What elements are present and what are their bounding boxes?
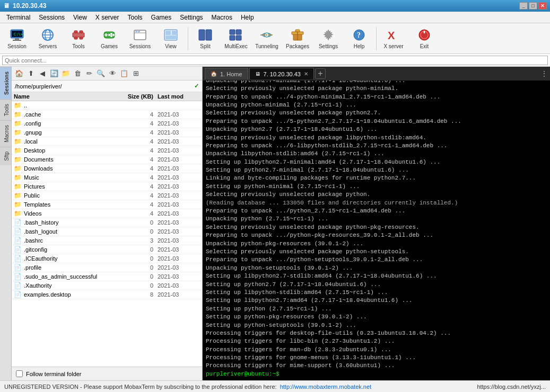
help-icon: ? — [351, 28, 368, 42]
list-item[interactable]: 📁Videos42021-03 — [12, 209, 202, 218]
toolbar-multiexec[interactable]: MultiExec — [221, 25, 251, 52]
file-up-btn[interactable]: ⬆ — [25, 68, 36, 79]
terminal-line: Setting up python-pkg-resources (39.0.1-… — [206, 313, 547, 321]
toolbar-packages[interactable]: Packages — [283, 25, 312, 52]
file-icon: 📄 — [14, 237, 22, 244]
status-link[interactable]: http://www.mobaxterm.mobatek.net — [280, 384, 371, 390]
svg-point-16 — [110, 35, 112, 37]
app-icon: 🖥 — [3, 2, 10, 10]
left-panel-tabs: Sessions Tools Macros Sftp — [0, 67, 12, 380]
close-button[interactable]: ✕ — [538, 2, 547, 10]
toolbar-view[interactable]: View — [156, 25, 186, 52]
menu-terminal[interactable]: Terminal — [2, 13, 34, 22]
path-bar: /home/purpleriver/ ✓ — [12, 81, 202, 92]
tab-ssh[interactable]: 🖥 7. 10.20.30.43 ✕ — [249, 68, 314, 79]
tab-home-label: 1. Home — [220, 71, 242, 77]
list-item[interactable]: 📁.config42021-03 — [12, 119, 202, 128]
list-item[interactable]: 📄.bash_logout02021-03 — [12, 227, 202, 236]
toolbar-settings[interactable]: Settings — [313, 25, 343, 52]
file-refresh-btn[interactable]: 🔄 — [49, 68, 59, 79]
tab-close-btn[interactable]: ✕ — [304, 71, 308, 77]
split-icon — [197, 28, 214, 42]
file-home-btn[interactable]: 🏠 — [14, 68, 24, 79]
list-item[interactable]: 📁Templates42021-03 — [12, 200, 202, 209]
file-hidden-btn[interactable]: 👁 — [107, 68, 118, 79]
menu-help[interactable]: Help — [237, 13, 258, 22]
menu-settings[interactable]: Settings — [176, 13, 207, 22]
list-item[interactable]: 📄.gitconfig02021-03 — [12, 245, 202, 254]
list-item[interactable]: 📄.profile02021-03 — [12, 263, 202, 272]
list-item[interactable]: 📄.bashrc32021-03 — [12, 236, 202, 245]
list-item[interactable]: 📁Downloads42021-03 — [12, 164, 202, 173]
toolbar-sessions[interactable]: Sessions — [125, 25, 155, 52]
menu-tools[interactable]: Tools — [124, 13, 147, 22]
file-copy-btn[interactable]: 📋 — [119, 68, 129, 79]
file-size-value: 4 — [120, 111, 158, 118]
terminal-output[interactable]: Unpacking python2.7-minimal (2.7.17-1~18… — [203, 81, 550, 380]
col-name-header[interactable]: Name — [14, 93, 120, 100]
list-item[interactable]: 📁Documents42021-03 — [12, 155, 202, 164]
col-size-header[interactable]: Size (KB) — [120, 93, 158, 100]
sessions-tab[interactable]: Sessions — [0, 67, 11, 99]
list-item[interactable]: 📄.bash_history02021-03 — [12, 218, 202, 227]
list-item[interactable]: 📄examples.desktop82021-03 — [12, 290, 202, 299]
toolbar-split[interactable]: Split — [190, 25, 220, 52]
file-rename-btn[interactable]: ✏ — [84, 68, 94, 79]
file-delete-btn[interactable]: 🗑 — [72, 68, 83, 79]
file-search-btn[interactable]: 🔍 — [95, 68, 106, 79]
menu-view[interactable]: View — [69, 13, 91, 22]
file-grid-btn[interactable]: ⊞ — [130, 68, 141, 79]
toolbar-session[interactable]: C:\>_ Session — [2, 25, 32, 52]
list-item[interactable]: 📁.gnupg42021-03 — [12, 128, 202, 137]
toolbar-help[interactable]: ? Help — [344, 25, 374, 52]
menu-xserver[interactable]: X server — [91, 13, 124, 22]
follow-terminal-checkbox[interactable] — [16, 370, 23, 377]
folder-icon: 📁 — [14, 192, 22, 199]
file-icon: 📄 — [14, 255, 22, 262]
tab-home[interactable]: 🏠 1. Home — [205, 68, 248, 79]
file-name-label: Music — [24, 174, 120, 181]
list-item[interactable]: 📄.sudo_as_admin_successful02021-03 — [12, 272, 202, 281]
quickconnect-bar — [0, 54, 550, 67]
menu-sessions[interactable]: Sessions — [34, 13, 69, 22]
file-newfolder-btn[interactable]: 📁 — [60, 68, 71, 79]
menu-games[interactable]: Games — [147, 13, 176, 22]
minimize-button[interactable]: _ — [519, 2, 528, 10]
file-date-value: 2021-03 — [158, 273, 200, 280]
toolbar-tools[interactable]: Tools — [64, 25, 93, 52]
tab-scroll-btn[interactable]: ⋮ — [540, 69, 548, 78]
quickconnect-input[interactable] — [2, 56, 548, 65]
list-item[interactable]: 📄.ICEauthority02021-03 — [12, 254, 202, 263]
toolbar-tunneling[interactable]: Tunneling — [252, 25, 282, 52]
file-name-label: .gnupg — [24, 129, 120, 136]
list-item[interactable]: 📁Music42021-03 — [12, 173, 202, 182]
toolbar-servers[interactable]: Servers — [33, 25, 63, 52]
new-tab-button[interactable]: + — [315, 68, 326, 79]
split-label: Split — [200, 43, 210, 49]
tools-tab[interactable]: Tools — [0, 99, 11, 120]
file-back-btn[interactable]: ◀ — [37, 68, 48, 79]
list-item[interactable]: 📁.. — [12, 101, 202, 110]
list-item[interactable]: 📁.local42021-03 — [12, 137, 202, 146]
toolbar-xserver[interactable]: X X server — [379, 25, 408, 52]
list-item[interactable]: 📁Public42021-03 — [12, 191, 202, 200]
list-item[interactable]: 📁.cache42021-03 — [12, 110, 202, 119]
sftp-tab[interactable]: Sftp — [0, 147, 11, 165]
list-item[interactable]: 📁Pictures42021-03 — [12, 182, 202, 191]
help-label: Help — [354, 43, 365, 49]
terminal-line: Setting up python-minimal (2.7.15~rc1-1)… — [206, 183, 547, 191]
folder-icon: 📁 — [14, 111, 22, 118]
toolbar-games[interactable]: Games — [94, 25, 124, 52]
maximize-button[interactable]: □ — [529, 2, 537, 10]
menu-macros[interactable]: Macros — [207, 13, 237, 22]
file-size-value: 0 — [120, 282, 158, 289]
col-date-header[interactable]: Last mod — [158, 93, 200, 100]
follow-terminal-label[interactable]: Follow terminal folder — [26, 371, 82, 377]
file-icon: 📄 — [14, 273, 22, 280]
list-item[interactable]: 📁Desktop42021-03 — [12, 146, 202, 155]
list-item[interactable]: 📄.Xauthority02021-03 — [12, 281, 202, 290]
toolbar-exit[interactable]: Exit — [409, 25, 439, 52]
path-ok-icon[interactable]: ✓ — [194, 83, 199, 90]
svg-rect-28 — [199, 30, 205, 40]
macros-tab[interactable]: Macros — [0, 120, 11, 147]
